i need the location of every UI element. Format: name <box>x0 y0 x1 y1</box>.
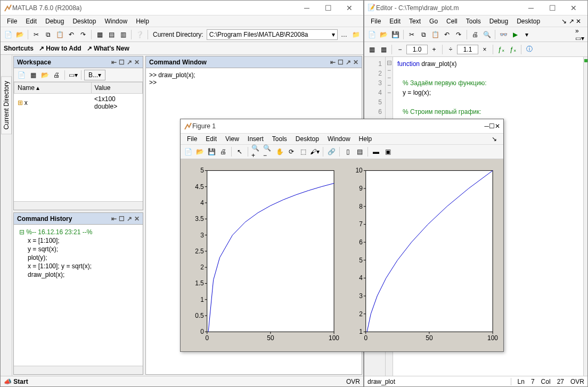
redo-icon[interactable]: ↷ <box>78 29 88 40</box>
ws-open-icon[interactable]: 📂 <box>39 70 50 80</box>
minimize-button[interactable]: ─ <box>484 122 489 130</box>
menu-window[interactable]: Window <box>100 17 132 26</box>
menu-help[interactable]: Help <box>355 134 377 144</box>
ws-scrollbar[interactable] <box>14 201 143 210</box>
cell-eval-advance-icon[interactable]: ▦ <box>378 44 389 55</box>
new-figure-icon[interactable]: 📄 <box>183 146 193 157</box>
history-line[interactable]: y = sqrt(x); <box>17 245 140 253</box>
menu-insert[interactable]: Insert <box>243 134 268 144</box>
start-button[interactable]: 📣 Start <box>4 378 28 385</box>
open-icon[interactable]: 📂 <box>378 29 389 40</box>
pan-icon[interactable]: ✋ <box>274 146 285 157</box>
ws-new-icon[interactable]: 📄 <box>16 70 27 80</box>
help-icon[interactable]: ❔ <box>134 29 145 40</box>
zoom-in-icon[interactable]: 🔍+ <box>251 146 262 157</box>
fx-icon[interactable]: ƒₓ <box>496 44 507 55</box>
menu-edit[interactable]: Edit <box>21 17 41 26</box>
minimize-button[interactable]: ─ <box>520 4 542 12</box>
fx2-icon[interactable]: ƒₓ <box>508 44 518 55</box>
panel-close-icon[interactable]: ✕ <box>134 59 140 66</box>
menu-go[interactable]: Go <box>425 17 442 26</box>
shortcut-howto[interactable]: ↗ How to Add <box>39 45 81 52</box>
panel-undock-icon[interactable]: ⇤ <box>111 215 117 223</box>
menu-text[interactable]: Text <box>405 17 425 26</box>
new-icon[interactable]: 📄 <box>366 29 377 40</box>
table-row[interactable]: ⊞ x <1x100 double> <box>14 94 143 112</box>
ws-print-icon[interactable]: 🖨 <box>51 70 62 80</box>
rotate-icon[interactable]: ⟳ <box>286 146 297 157</box>
data-cursor-icon[interactable]: ⬚ <box>298 146 308 157</box>
menu-debug[interactable]: Debug <box>485 17 512 26</box>
shortcut-whatsnew[interactable]: ↗ What's New <box>87 45 129 52</box>
menu-debug[interactable]: Debug <box>41 17 68 26</box>
multiply-icon[interactable]: × <box>479 44 490 55</box>
editor-dock-icon[interactable]: ↘ ↗ ✕ <box>557 17 585 26</box>
panel-dropdown-icon[interactable]: ↗ <box>127 215 132 223</box>
brush-icon[interactable]: 🖌▾ <box>309 146 320 157</box>
ws-import-icon[interactable]: ▦ <box>28 70 38 80</box>
menu-desktop[interactable]: Desktop <box>291 134 323 144</box>
menu-file[interactable]: File <box>366 17 385 26</box>
run-icon[interactable]: ▶ <box>510 29 520 40</box>
guide-icon[interactable]: ▤ <box>106 29 117 40</box>
curdir-field[interactable]: C:\Program Files\MATLAB\R2008a▾ <box>207 29 338 40</box>
show-tools-icon[interactable]: ▣ <box>382 146 393 157</box>
panel-maximize-icon[interactable]: ☐ <box>119 59 125 66</box>
menu-tools[interactable]: Tools <box>462 17 485 26</box>
open-icon[interactable]: 📂 <box>14 29 25 40</box>
menu-view[interactable]: View <box>221 134 243 144</box>
minimize-button[interactable]: ─ <box>296 4 317 12</box>
menu-help[interactable]: Help <box>132 17 153 26</box>
minus-icon[interactable]: − <box>395 44 405 55</box>
profiler-icon[interactable]: ▥ <box>118 29 128 40</box>
history-line[interactable]: draw_plot(x); <box>17 270 140 279</box>
cut-icon[interactable]: ✂ <box>31 29 42 40</box>
menu-edit[interactable]: Edit <box>201 134 221 144</box>
panel-dropdown-icon[interactable]: ↗ <box>346 59 351 66</box>
ws-plot-icon[interactable]: ▭▾ <box>68 70 78 80</box>
info-icon[interactable]: ⓘ <box>524 44 535 55</box>
paste-icon[interactable]: 📋 <box>430 29 440 40</box>
copy-icon[interactable]: ⧉ <box>43 29 53 40</box>
maximize-button[interactable]: ☐ <box>317 4 339 12</box>
panel-maximize-icon[interactable]: ☐ <box>338 59 344 66</box>
zoom-input-2[interactable] <box>457 45 478 54</box>
maximize-button[interactable]: ☐ <box>489 122 495 130</box>
legend-icon[interactable]: ▤ <box>354 146 365 157</box>
plus-icon[interactable]: + <box>429 44 439 55</box>
ws-base-select[interactable]: B...▾ <box>84 70 105 80</box>
history-line[interactable]: plot(y); <box>17 253 140 262</box>
ws-col-value[interactable]: Value <box>95 84 111 92</box>
close-button[interactable]: ✕ <box>495 122 500 130</box>
panel-close-icon[interactable]: ✕ <box>353 59 358 66</box>
save-icon[interactable]: 💾 <box>206 146 217 157</box>
panel-dropdown-icon[interactable]: ↗ <box>127 59 132 66</box>
binoculars-icon[interactable]: 👓 <box>498 29 509 40</box>
print-icon[interactable]: 🖨 <box>470 29 480 40</box>
undo-icon[interactable]: ↶ <box>66 29 77 40</box>
pointer-icon[interactable]: ↖ <box>234 146 245 157</box>
up-folder-icon[interactable]: 📁 <box>350 29 361 40</box>
more-icon[interactable]: » ▭▾ <box>575 29 585 40</box>
ws-col-name[interactable]: Name <box>18 84 35 92</box>
close-button[interactable]: ✕ <box>339 4 360 12</box>
find-icon[interactable]: 🔍 <box>481 29 492 40</box>
zoom-input-1[interactable] <box>406 45 428 54</box>
cell-eval-icon[interactable]: ▦ <box>366 44 377 55</box>
browse-icon[interactable]: … <box>339 29 349 40</box>
cut-icon[interactable]: ✂ <box>406 29 417 40</box>
history-line[interactable]: x = [1:100]; <box>17 236 140 245</box>
panel-undock-icon[interactable]: ⇤ <box>330 59 336 66</box>
panel-maximize-icon[interactable]: ☐ <box>119 215 125 223</box>
history-line[interactable]: x = [1:100]; y = sqrt(x); <box>17 262 140 270</box>
hide-tools-icon[interactable]: ▬ <box>371 146 381 157</box>
simulink-icon[interactable]: ▦ <box>94 29 105 40</box>
maximize-button[interactable]: ☐ <box>542 4 563 12</box>
menu-cell[interactable]: Cell <box>442 17 462 26</box>
save-icon[interactable]: 💾 <box>390 29 401 40</box>
menu-file[interactable]: File <box>183 134 201 144</box>
history-scrollbar[interactable] <box>14 366 143 374</box>
print-icon[interactable]: 🖨 <box>218 146 228 157</box>
new-icon[interactable]: 📄 <box>3 29 13 40</box>
menu-window[interactable]: Window <box>323 134 355 144</box>
